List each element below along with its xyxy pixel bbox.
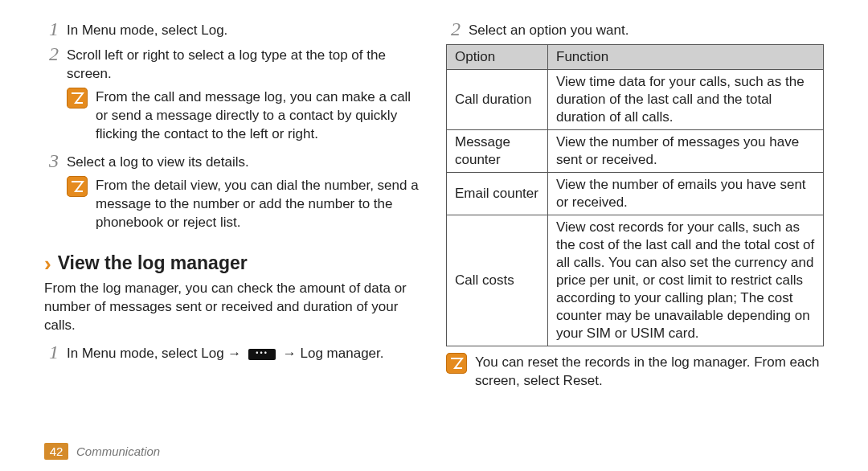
footer: 42 Communication: [44, 443, 160, 460]
note-block: You can reset the records in the log man…: [446, 353, 824, 390]
step-3: 3 Select a log to view its details.: [44, 151, 422, 171]
nav-pre: In Menu mode, select Log →: [67, 346, 245, 361]
step-1: 1 In Menu mode, select Log.: [44, 19, 422, 39]
cell-function: View the number of messages you have sen…: [548, 130, 824, 173]
step-number: 3: [44, 151, 59, 170]
options-table: Option Function Call duration View time …: [446, 44, 824, 346]
step-text: Scroll left or right to select a log typ…: [67, 44, 422, 83]
step-text: In Menu mode, select Log → → Log manager…: [67, 342, 384, 362]
step-text: Select an option you want.: [469, 19, 628, 39]
note-icon: [67, 88, 88, 109]
section-intro: From the log manager, you can check the …: [44, 279, 422, 334]
table-row: Email counter View the number of emails …: [447, 173, 824, 215]
step-text: In Menu mode, select Log.: [67, 19, 227, 39]
chevron-icon: ›: [44, 256, 51, 272]
cell-function: View time data for your calls, such as t…: [548, 70, 824, 130]
menu-key-icon: [248, 349, 276, 360]
right-column: 2 Select an option you want. Option Func…: [446, 19, 824, 463]
step-number: 1: [44, 19, 59, 39]
section-heading: › View the log manager: [44, 252, 422, 274]
table-row: Message counter View the number of messa…: [447, 130, 824, 173]
step-number: 2: [446, 19, 461, 39]
table-row: Call costs View cost records for your ca…: [447, 215, 824, 346]
note-block: From the detail view, you can dial the n…: [67, 176, 422, 231]
table-row: Call duration View time data for your ca…: [447, 70, 824, 130]
nav-step: 1 In Menu mode, select Log → → Log manag…: [44, 342, 422, 362]
step-number: 1: [44, 342, 59, 362]
step-number: 2: [44, 44, 59, 63]
step-2: 2 Scroll left or right to select a log t…: [44, 44, 422, 83]
col-option: Option: [447, 45, 548, 70]
cell-option: Email counter: [447, 173, 548, 215]
note-text: You can reset the records in the log man…: [475, 353, 824, 390]
note-text: From the call and message log, you can m…: [96, 88, 422, 143]
cell-option: Call duration: [447, 70, 548, 130]
note-block: From the call and message log, you can m…: [67, 88, 422, 143]
note-icon: [446, 353, 467, 374]
cell-function: View the number of emails you have sent …: [548, 173, 824, 215]
note-text: From the detail view, you can dial the n…: [96, 176, 422, 231]
cell-option: Call costs: [447, 215, 548, 346]
page: 1 In Menu mode, select Log. 2 Scroll lef…: [0, 0, 868, 471]
cell-function: View cost records for your calls, such a…: [548, 215, 824, 346]
section-title: View the log manager: [58, 252, 248, 274]
page-number: 42: [44, 443, 68, 460]
step-2-right: 2 Select an option you want.: [446, 19, 824, 39]
col-function: Function: [548, 45, 824, 70]
cell-option: Message counter: [447, 130, 548, 173]
note-icon: [67, 176, 88, 197]
left-column: 1 In Menu mode, select Log. 2 Scroll lef…: [44, 19, 422, 463]
nav-post: → Log manager.: [283, 346, 384, 361]
footer-section: Communication: [76, 444, 160, 458]
step-text: Select a log to view its details.: [67, 151, 249, 171]
table-header-row: Option Function: [447, 45, 824, 70]
